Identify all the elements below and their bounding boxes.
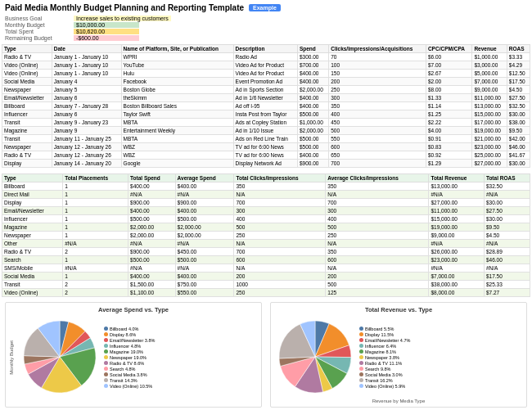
legend-item: Display 11.5%: [359, 332, 410, 337]
table-row: Influencer1$500.00$500.00400400$15,000.0…: [2, 215, 530, 223]
legend-dot: [104, 384, 108, 388]
legend-dot: [104, 344, 108, 348]
summary-col-header: Total Clicks/Impressions: [234, 174, 326, 182]
summary-col-header: Average Clicks/Impressions: [326, 174, 429, 182]
summary-col-header: Total Spend: [128, 174, 176, 182]
legend-dot: [359, 338, 363, 342]
example-badge: Example: [249, 4, 281, 11]
page-title: Paid Media Monthly Budget Planning and R…: [0, 0, 532, 14]
legend-item: Email/Newsletter 4.7%: [359, 338, 410, 343]
table-row: Social MediaJanuary 4FacebookEvent Promo…: [2, 78, 530, 86]
legend-item: Search 4.8%: [104, 367, 155, 372]
table-row: SMS/Mobile#N/A#N/A#N/AN/AN/A#N/A#N/A: [2, 264, 530, 273]
legend-dot: [104, 361, 108, 365]
legend-item: Newspaper 19.0%: [104, 355, 155, 360]
legend-dot: [104, 338, 108, 342]
legend-item: Billboard 5.5%: [359, 327, 410, 331]
detail-col-header: Revenue: [472, 45, 507, 53]
table-row: Radio & TVJanuary 1 - January 10WPRIRadi…: [2, 53, 530, 61]
chart-revenue: Total Revenue vs. Type Billboard 5.5%Dis…: [270, 302, 527, 408]
table-row: Video (Online)January 1 - January 10YouT…: [2, 61, 530, 70]
table-row: Radio & TVJanuary 12 - January 26WBZTV a…: [2, 151, 530, 160]
table-row: Transit2$1,500.00$750.001000500$38,000.0…: [2, 281, 530, 289]
business-goal-label: Business Goal: [5, 16, 70, 21]
table-row: Video (Online)January 1 - January 10Hulu…: [2, 70, 530, 78]
legend-item: Magazine 19.0%: [104, 349, 155, 354]
legend-item: Influencer 4.8%: [104, 344, 155, 349]
remaining-budget-value: -$600.00: [74, 35, 139, 41]
legend-dot: [104, 327, 108, 331]
legend-item: Radio & TV 8.6%: [104, 361, 155, 366]
chart-revenue-title: Total Revenue vs. Type: [274, 306, 523, 313]
legend-item: Video (Online) 5.9%: [359, 384, 410, 389]
legend-item: Billboard 4.0%: [104, 327, 155, 331]
legend-item: Display 8.6%: [104, 332, 155, 337]
chart-revenue-xlabel: Revenue by Media Type: [274, 399, 523, 403]
legend-item: Radio & TV 11.1%: [359, 361, 410, 366]
monthly-budget-label: Monthly Budget: [5, 22, 70, 28]
chart-spend-legend: Billboard 4.0%Display 8.6%Email/Newslett…: [104, 327, 155, 389]
detail-col-header: ROAS: [507, 45, 530, 53]
charts-section: Average Spend vs. Type Monthly Budget Bi…: [0, 299, 532, 410]
legend-item: Transit 14.3%: [104, 378, 155, 383]
total-spent-value: $10,620.00: [74, 29, 139, 34]
table-row: TransitJanuary 11 - January 25MBTAAds on…: [2, 135, 530, 143]
table-row: Direct Mail1#N/A#N/AN/AN/A#N/A#N/A: [2, 191, 530, 199]
legend-item: Video (Online) 10.5%: [104, 384, 155, 389]
summary-col-header: Average Spend: [175, 174, 234, 182]
legend-dot: [104, 367, 108, 371]
detail-col-header: Description: [233, 45, 297, 53]
detail-col-header: Date: [52, 45, 121, 53]
legend-dot: [359, 378, 363, 382]
summary-table: TypeTotal PlacementsTotal SpendAverage S…: [2, 173, 530, 297]
chart-revenue-pie: [274, 316, 356, 399]
legend-item: Influencer 6.4%: [359, 344, 410, 349]
legend-item: Transit 16.2%: [359, 378, 410, 383]
table-row: Display1$900.00$900.00700700$27,000.00$3…: [2, 199, 530, 207]
table-row: Radio & TV2$900.00$450.00700350$26,000.0…: [2, 248, 530, 256]
legend-dot: [104, 372, 108, 376]
detail-col-header: CPC/CPM/CPA: [426, 45, 472, 53]
monthly-budget-value: $10,000.00: [74, 22, 139, 28]
table-row: NewspaperJanuary 12 - January 26WBZTV ad…: [2, 143, 530, 151]
detail-table: TypeDateName of Platform, Site, or Publi…: [2, 44, 530, 168]
legend-dot: [359, 372, 363, 376]
goals-section: Business Goal Increase sales to existing…: [0, 14, 532, 43]
table-row: MagazineJanuary 9Entertainment WeeklyAd …: [2, 127, 530, 135]
table-row: Billboard1$400.00$400.00350350$13,000.00…: [2, 182, 530, 191]
legend-dot: [104, 355, 108, 359]
legend-dot: [359, 355, 363, 359]
table-row: Social Media1$400.00$400.00200200$7,000.…: [2, 273, 530, 281]
legend-item: Social Media 3.0%: [359, 372, 410, 377]
summary-col-header: Type: [2, 174, 63, 182]
summary-col-header: Total ROAS: [484, 174, 530, 182]
remaining-budget-label: Remaining Budget: [5, 35, 70, 41]
table-row: InfluencerJanuary 6Taylor SwiftInsta Pos…: [2, 110, 530, 119]
legend-dot: [359, 332, 363, 336]
legend-item: Search 9.8%: [359, 367, 410, 372]
table-row: NewspaperJanuary 5Boston GlobeAd in Spor…: [2, 86, 530, 94]
total-spent-label: Total Spent: [5, 29, 70, 34]
detail-col-header: Spend: [297, 45, 328, 53]
legend-dot: [104, 349, 108, 354]
business-goal-value: Increase sales to existing customers: [74, 16, 171, 21]
table-row: Search1$500.00$500.00600600$23,000.00$46…: [2, 256, 530, 264]
legend-item: Email/Newsletter 3.8%: [104, 338, 155, 343]
table-row: Other#N/A#N/A#N/AN/AN/A#N/A#N/A: [2, 240, 530, 248]
table-row: Magazine1$2,000.00$2,000.00500500$19,000…: [2, 223, 530, 232]
legend-dot: [359, 349, 363, 354]
table-row: TransitJanuary 9 - January 23MBTAAds at …: [2, 119, 530, 127]
legend-dot: [104, 378, 108, 382]
summary-table-wrap: TypeTotal PlacementsTotal SpendAverage S…: [0, 172, 532, 299]
summary-col-header: Total Placements: [63, 174, 128, 182]
table-row: BillboardJanuary 7 - January 28Boston Bi…: [2, 102, 530, 110]
chart-spend-ylabel: Monthly Budget: [9, 340, 14, 375]
legend-item: Social Media 3.8%: [104, 372, 155, 377]
table-row: Newspaper1$2,000.00$2,000.00250250$9,000…: [2, 232, 530, 240]
summary-col-header: Total Revenue: [429, 174, 485, 182]
chart-spend-title: Average Spend vs. Type: [9, 306, 258, 313]
table-row: DisplayJanuary 14 - January 20GoogleDisp…: [2, 160, 530, 168]
chart-spend: Average Spend vs. Type Monthly Budget Bi…: [5, 302, 262, 408]
legend-dot: [359, 327, 363, 331]
legend-dot: [359, 384, 363, 388]
